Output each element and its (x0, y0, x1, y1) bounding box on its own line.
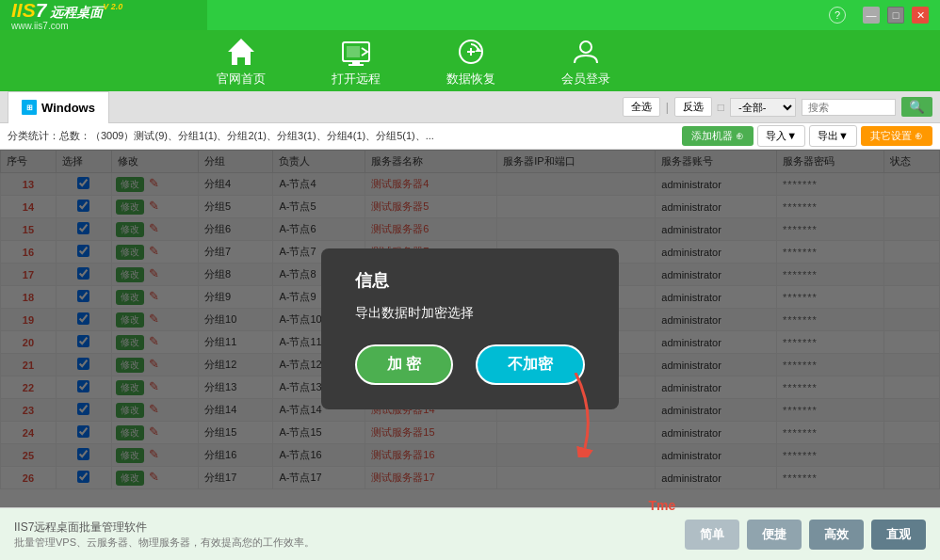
modal-title: 信息 (355, 269, 585, 292)
tab-windows-label: Windows (41, 101, 95, 115)
open-remote-icon (339, 35, 373, 69)
tme-annotation: Tme (648, 498, 675, 513)
toolbar: ⊞ Windows 全选 | 反选 □ -全部- 🔍 (0, 91, 940, 123)
home-icon (224, 35, 258, 69)
footer-line2: 批量管理VPS、云服务器、物理服务器，有效提高您的工作效率。 (14, 536, 315, 550)
minimize-button[interactable]: — (863, 7, 880, 24)
tab-windows[interactable]: ⊞ Windows (8, 91, 109, 123)
add-machine-btn[interactable]: 添加机器 ⊕ (682, 126, 754, 146)
footer: IIS7远程桌面批量管理软件 批量管理VPS、云服务器、物理服务器，有效提高您的… (0, 507, 940, 560)
nav-member[interactable]: 会员登录 (561, 35, 610, 88)
nav-open-remote[interactable]: 打开远程 (332, 35, 381, 88)
stats-bar: 分类统计：总数：（3009）测试(9)、分组1(1)、分组2(1)、分组3(1)… (0, 123, 940, 150)
title-bar: IIS7 远程桌面V 2.0 www.iis7.com ? — □ ✕ (0, 0, 940, 30)
divider2: □ (718, 101, 724, 114)
windows-icon: ⊞ (22, 100, 37, 115)
help-button[interactable]: ? (829, 7, 846, 24)
footer-text: IIS7远程桌面批量管理软件 批量管理VPS、云服务器、物理服务器，有效提高您的… (14, 520, 315, 550)
nav-open-remote-label: 打开远程 (332, 71, 381, 88)
settings-btn[interactable]: 其它设置 ⊕ (861, 126, 932, 146)
nav-bar: 官网首页 打开远程 (0, 30, 940, 91)
footer-tag[interactable]: 直观 (871, 520, 926, 550)
arrow-annotation (538, 373, 613, 460)
stats-text: 分类统计：总数：（3009）测试(9)、分组1(1)、分组2(1)、分组3(1)… (8, 129, 682, 143)
divider: | (666, 101, 669, 114)
modal-desc: 导出数据时加密选择 (355, 305, 585, 322)
svg-rect-2 (347, 46, 360, 57)
toolbar-right: 全选 | 反选 □ -全部- 🔍 (623, 97, 932, 117)
nav-recover-label: 数据恢复 (446, 71, 495, 88)
footer-tag[interactable]: 高效 (809, 520, 864, 550)
modal-overlay: 信息 导出数据时加密选择 加 密 不加密 (0, 150, 940, 507)
nav-member-label: 会员登录 (561, 71, 610, 88)
member-icon (569, 35, 603, 69)
footer-tag[interactable]: 便捷 (747, 520, 802, 550)
svg-marker-0 (228, 39, 254, 65)
close-button[interactable]: ✕ (912, 7, 929, 24)
nav-home-label: 官网首页 (217, 71, 266, 88)
nav-home[interactable]: 官网首页 (217, 35, 266, 88)
deselect-btn[interactable]: 反选 (674, 97, 712, 117)
svg-point-10 (580, 41, 592, 53)
maximize-button[interactable]: □ (887, 7, 904, 24)
import-btn[interactable]: 导入▼ (757, 125, 805, 147)
footer-line1: IIS7远程桌面批量管理软件 (14, 520, 315, 536)
nav-recover[interactable]: 数据恢复 (446, 35, 495, 88)
search-btn[interactable]: 🔍 (901, 97, 932, 117)
footer-tags: 简单便捷高效直观 (685, 520, 926, 550)
recover-icon (454, 35, 488, 69)
select-all-btn[interactable]: 全选 (623, 97, 660, 117)
modal-box: 信息 导出数据时加密选择 加 密 不加密 (321, 248, 619, 409)
export-btn[interactable]: 导出▼ (809, 125, 857, 147)
encrypt-btn[interactable]: 加 密 (355, 344, 453, 385)
footer-tag[interactable]: 简单 (685, 520, 739, 550)
modal-buttons: 加 密 不加密 (355, 344, 585, 385)
search-input[interactable] (802, 99, 896, 116)
group-select[interactable]: -全部- (730, 98, 796, 117)
